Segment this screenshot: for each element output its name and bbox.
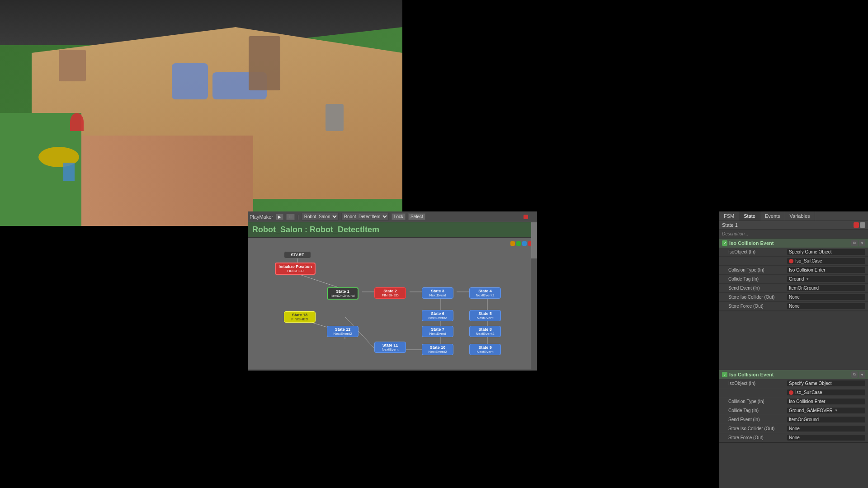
action-row-isoobj-val-2: Iso_SuitCase [719, 388, 868, 397]
pm-label: PlayMaker [250, 214, 273, 220]
node-state6[interactable]: State 6 NextEvent2 [422, 310, 453, 321]
game-viewport [0, 0, 402, 226]
pm-play-btn[interactable]: ▶ [276, 214, 283, 220]
node-state7[interactable]: State 7 NextEvent [422, 326, 453, 337]
tab-variables[interactable]: Variables [785, 211, 815, 221]
dot-red-1 [789, 259, 793, 263]
inspector-tabs: FSM State Events Variables [719, 211, 868, 221]
top-right-area [402, 0, 868, 211]
node-state12[interactable]: State 12 NextEvent2 [327, 326, 359, 337]
action-title-1: Iso Collision Event [729, 240, 849, 246]
inspector-bottom-extend: ✓ Iso Collision Event ⧉ ▼ IsoObject (In)… [719, 370, 868, 488]
state-btn-red[interactable] [854, 222, 859, 228]
node-start[interactable]: START [284, 251, 311, 258]
pm-pause-btn[interactable]: ⏸ [286, 214, 295, 220]
node-state8[interactable]: State 8 NextEvent2 [469, 326, 501, 337]
node-state3[interactable]: State 3 NextEvent [422, 287, 453, 299]
node-state2[interactable]: State 2 FINISHED [374, 287, 406, 299]
node-initialize[interactable]: Initialize Position FINISHED [275, 263, 316, 275]
action-row-colltype-1: Collision Type (In) Iso Collision Enter [719, 266, 868, 275]
action-row-storecollider-1: Store Iso Collider (Out) None [719, 293, 868, 302]
pm-scrollbar-thumb[interactable] [531, 222, 537, 258]
state-label: State 1 [722, 222, 854, 228]
action-row-storecollider-2: Store Iso Collider (Out) None [719, 424, 868, 433]
tab-events[interactable]: Events [760, 211, 785, 221]
action-block-1: ✓ Iso Collision Event ⧉ ▼ IsoObject (In)… [719, 239, 868, 311]
pm-fsm-select[interactable]: Robot_Salon [302, 213, 339, 221]
pm-select-btn[interactable]: Select [408, 213, 425, 220]
action-block-2: ✓ Iso Collision Event ⧉ ▼ IsoObject (In)… [719, 370, 868, 443]
action-copy-btn-1[interactable]: ⧉ [851, 240, 858, 246]
action-check-2[interactable]: ✓ [722, 372, 727, 377]
node-state9[interactable]: State 9 NextEvent [469, 344, 501, 355]
action-header-2: ✓ Iso Collision Event ⧉ ▼ [719, 370, 868, 379]
dot-red-2 [789, 390, 793, 395]
tab-fsm[interactable]: FSM [719, 211, 739, 221]
action-title-2: Iso Collision Event [729, 372, 849, 377]
action-menu-btn-1[interactable]: ▼ [859, 240, 865, 246]
node-state10[interactable]: State 10 NextEvent2 [422, 344, 453, 355]
action-row-isoobj-val-1: Iso_SuitCase [719, 257, 868, 266]
action-header-1: ✓ Iso Collision Event ⧉ ▼ [719, 239, 868, 248]
action-check-1[interactable]: ✓ [722, 240, 727, 246]
action-row-colltype-2: Collision Type (In) Iso Collision Enter [719, 397, 868, 406]
pm-lock-btn[interactable]: Lock [392, 213, 406, 220]
inspector-panel: FSM State Events Variables State 1 Descr… [719, 211, 868, 370]
node-state11[interactable]: State 11 NextEvent [374, 342, 406, 353]
playmaker-panel: PlayMaker ▶ ⏸ | Robot_Salon Robot_Detect… [248, 211, 537, 371]
action-row-sendevent-1: Send Event (In) ItemOnGround [719, 284, 868, 293]
action-row-isoobj-label-1: IsoObject (In) Specify Game Object [719, 248, 868, 257]
action-row-storeforce-1: Store Force (Out) None [719, 302, 868, 311]
pm-toolbar[interactable]: PlayMaker ▶ ⏸ | Robot_Salon Robot_Detect… [248, 211, 537, 222]
action-row-isoobj-label-2: IsoObject (In) Specify Game Object [719, 379, 868, 388]
state-btn-gray[interactable] [860, 222, 865, 228]
pm-scrollbar[interactable] [531, 222, 537, 371]
left-black-area [0, 226, 248, 488]
pm-canvas[interactable]: START Initialize Position FINISHED State… [248, 238, 537, 369]
action-row-colltag-1: Collide Tag (In) Ground ▼ [719, 275, 868, 284]
action-menu-btn-2[interactable]: ▼ [859, 371, 865, 378]
action-row-storeforce-2: Store Force (Out) None [719, 433, 868, 442]
tab-state[interactable]: State [739, 211, 760, 221]
action-row-colltag-2: Collide Tag (In) Ground_GAMEOVER ▼ [719, 406, 868, 415]
pm-title: Robot_Salon : Robot_DetectItem [248, 222, 537, 238]
node-state5[interactable]: State 5 NextEvent [469, 310, 501, 321]
node-state4[interactable]: State 4 NextEvent2 [469, 287, 501, 299]
inspector-state-bar: State 1 [719, 221, 868, 230]
inspector-desc[interactable]: Description... [719, 230, 868, 239]
node-state1[interactable]: State 1 ItemOnGround [327, 287, 359, 300]
pm-state-select[interactable]: Robot_DetectItem [341, 213, 389, 221]
action-copy-btn-2[interactable]: ⧉ [851, 371, 858, 378]
node-state13[interactable]: State 13 FINISHED [284, 311, 316, 323]
action-row-sendevent-2: Send Event (In) ItemOnGround [719, 415, 868, 424]
